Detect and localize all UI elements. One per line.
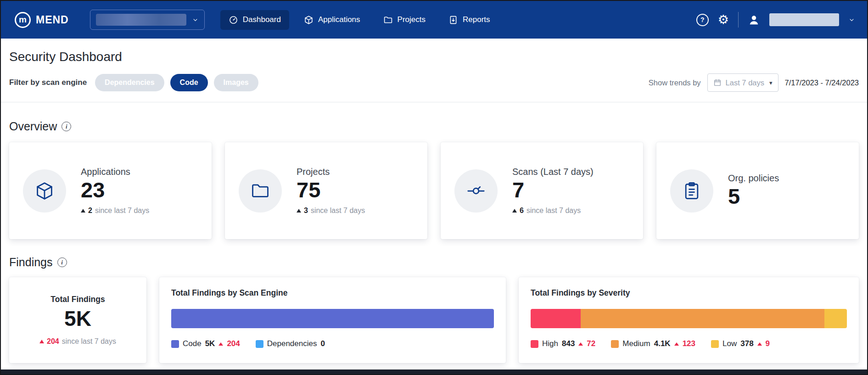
stat-label: Scans (Last 7 days): [512, 167, 594, 177]
stat-label: Projects: [297, 167, 365, 177]
nav-item-label: Dashboard: [243, 15, 281, 24]
bar-segment-code: [171, 309, 494, 328]
trend-delta: 6: [520, 207, 524, 215]
legend-delta: 9: [766, 339, 770, 348]
help-icon[interactable]: ?: [696, 14, 709, 26]
legend-value: 0: [320, 339, 325, 348]
trend-up-icon: [674, 342, 679, 346]
mend-dashboard-window: m MEND Dashboard: [0, 0, 868, 375]
findings-by-engine-card: Total Findings by Scan Engine Code 5K 20…: [159, 277, 506, 363]
org-selector-dropdown[interactable]: [90, 10, 205, 30]
legend-label: Dependencies: [267, 339, 317, 348]
calendar-icon: [713, 78, 722, 87]
nav-item-projects[interactable]: Projects: [375, 10, 434, 30]
stat-value: 5: [728, 185, 779, 209]
trend-period-dropdown[interactable]: Last 7 days ▾: [707, 73, 778, 92]
page-title: Security Dashboard: [9, 50, 859, 64]
trend-up-icon: [39, 340, 44, 343]
report-download-icon: [448, 15, 458, 25]
engine-legend: Code 5K 204 Dependencies 0: [171, 339, 494, 348]
nav-item-label: Applications: [318, 15, 360, 24]
chevron-down-icon[interactable]: [848, 17, 855, 23]
info-icon[interactable]: i: [57, 257, 67, 267]
total-findings-title: Total Findings: [50, 295, 105, 304]
nav-item-applications[interactable]: Applications: [296, 10, 369, 30]
primary-nav: Dashboard Applications Projects: [220, 10, 498, 30]
findings-section-header: Findings i: [9, 256, 859, 269]
nav-item-label: Projects: [398, 15, 426, 24]
trends-group: Show trends by Last 7 days ▾ 7/17/2023 -…: [649, 73, 859, 92]
total-findings-value: 5K: [64, 308, 91, 330]
legend-delta: 72: [587, 339, 595, 348]
trend-suffix: since last 7 days: [311, 207, 365, 215]
legend-swatch: [611, 340, 619, 348]
username-redacted: [769, 13, 839, 26]
chevron-down-icon: [192, 17, 199, 23]
trend-up-icon: [578, 342, 583, 346]
stat-label: Applications: [81, 167, 149, 177]
cube-icon: [23, 169, 66, 213]
legend-value: 5K: [205, 339, 215, 348]
legend-value: 4.1K: [654, 339, 671, 348]
chart-title: Total Findings by Scan Engine: [171, 288, 494, 298]
user-avatar-icon[interactable]: [748, 14, 760, 26]
trend-up-icon: [218, 342, 223, 346]
nav-right-group: ? ⚙: [696, 12, 855, 28]
severity-stacked-bar: [531, 309, 847, 328]
overview-cards: Applications 23 2 since last 7 days Proj…: [9, 142, 859, 239]
page-header: Security Dashboard Filter by scan engine…: [1, 50, 867, 92]
legend-value: 843: [562, 339, 575, 348]
stat-value: 23: [81, 178, 149, 202]
trend-suffix: since last 7 days: [526, 207, 581, 215]
stat-trend: 2 since last 7 days: [81, 207, 149, 215]
overview-card-org-policies: Org. policies 5: [656, 142, 859, 239]
cube-icon: [304, 15, 314, 25]
legend-delta: 204: [227, 339, 240, 348]
filter-row: Filter by scan engine Dependencies Code …: [9, 73, 859, 92]
mend-logo-icon: m: [15, 12, 31, 28]
trend-suffix: since last 7 days: [62, 337, 116, 346]
filter-code-button[interactable]: Code: [170, 74, 208, 91]
legend-swatch: [711, 340, 719, 348]
stat-trend: 6 since last 7 days: [512, 207, 594, 215]
overview-section-header: Overview i: [9, 120, 859, 133]
overview-title: Overview: [9, 120, 57, 133]
trend-up-icon: [81, 209, 85, 213]
stat-value: 75: [297, 178, 365, 202]
legend-label: Low: [722, 339, 737, 348]
legend-label: Code: [183, 339, 202, 348]
filter-label: Filter by scan engine: [9, 78, 87, 87]
clipboard-icon: [670, 169, 713, 213]
scan-icon: [454, 169, 498, 213]
settings-gear-icon[interactable]: ⚙: [718, 14, 729, 26]
legend-label: High: [542, 339, 558, 348]
mend-brand[interactable]: m MEND: [15, 12, 69, 28]
overview-card-applications: Applications 23 2 since last 7 days: [9, 142, 212, 239]
legend-swatch: [171, 340, 179, 348]
window-bottom-edge: [1, 369, 867, 374]
legend-label: Medium: [622, 339, 650, 348]
header-divider: [1, 102, 867, 102]
overview-card-projects: Projects 75 3 since last 7 days: [225, 142, 427, 239]
org-selector-redacted-value: [96, 14, 186, 26]
chart-title: Total Findings by Severity: [531, 288, 847, 298]
legend-item-high: High 843 72: [531, 339, 595, 348]
nav-item-reports[interactable]: Reports: [440, 10, 498, 30]
filter-images-button[interactable]: Images: [214, 74, 258, 91]
bar-segment-medium: [581, 309, 824, 328]
caret-down-icon: ▾: [769, 79, 773, 86]
legend-item-low: Low 378 9: [711, 339, 770, 348]
legend-delta: 123: [683, 339, 695, 348]
legend-value: 378: [740, 339, 753, 348]
legend-item-dependencies: Dependencies 0: [256, 339, 325, 348]
nav-item-dashboard[interactable]: Dashboard: [220, 10, 289, 30]
trend-period-value: Last 7 days: [726, 78, 764, 87]
main-content: Overview i Applications 23 2 since last …: [1, 120, 867, 363]
scan-engine-stacked-bar: [171, 309, 494, 328]
filter-dependencies-button[interactable]: Dependencies: [95, 74, 164, 91]
info-icon[interactable]: i: [62, 122, 71, 131]
trend-up-icon: [297, 209, 301, 213]
total-findings-card: Total Findings 5K 204 since last 7 days: [9, 277, 146, 363]
trend-delta: 3: [304, 207, 308, 215]
bar-segment-low: [824, 309, 847, 328]
